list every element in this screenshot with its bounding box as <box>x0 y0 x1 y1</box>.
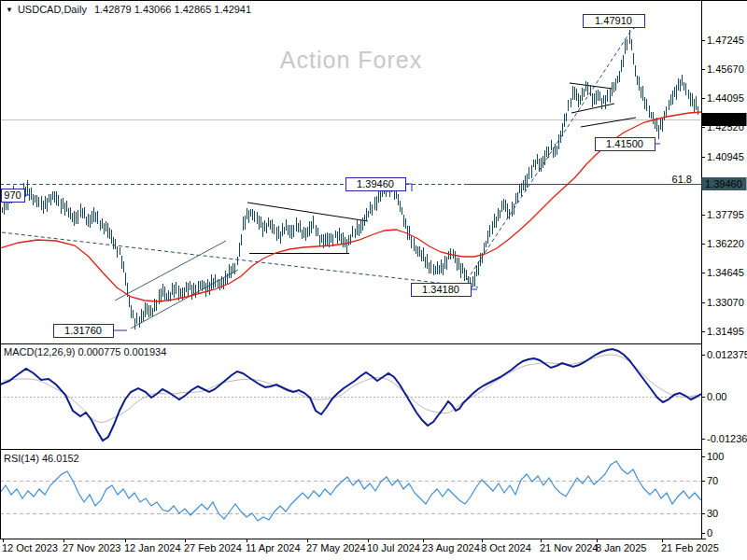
macd-values: 0.000775 0.001934 <box>78 346 166 357</box>
annotation-connector <box>405 184 412 191</box>
title-ohlc-values: 1.42879 1.43066 1.42865 1.42941 <box>94 4 251 15</box>
macd-main-line <box>0 349 701 441</box>
chart-canvas[interactable]: 1.472451.456701.440951.425201.409451.393… <box>0 0 747 560</box>
price-axis-label: 1.36220 <box>707 238 744 249</box>
rsi-name: RSI(14) <box>4 453 39 464</box>
price-axis-label: 1.45670 <box>707 63 744 75</box>
date-axis-label: 21 Nov 2024 <box>540 542 598 553</box>
price-axis-label: 1.33070 <box>707 297 744 308</box>
axis-price-chip-label: 1.39460 <box>705 178 742 189</box>
price-axis-label: 1.37795 <box>707 209 744 220</box>
date-axis-label: 10 Jul 2024 <box>367 542 420 553</box>
date-axis-label: 12 Jan 2024 <box>124 542 181 553</box>
long-descending-dashed-line <box>2 232 478 287</box>
date-axis-label: 27 May 2024 <box>306 542 366 553</box>
price-annotation-label: 1.39460 <box>357 178 394 189</box>
price-axis-label: 1.47245 <box>707 35 744 46</box>
macd-indicator-label: MACD(12,26,9) 0.000775 0.001934 <box>4 346 166 357</box>
channel-lower-line <box>131 270 238 329</box>
price-annotation-label: 1.47910 <box>595 15 632 26</box>
price-annotation-label: 970 <box>4 189 21 201</box>
price-annotation-label: 1.31760 <box>64 325 102 336</box>
date-axis-label: 11 Apr 2024 <box>246 542 301 553</box>
rsi-axis-label: 100 <box>707 451 724 462</box>
axis-price-chip-label: 1.42941 <box>705 114 742 125</box>
rsi-line <box>0 461 701 521</box>
date-axis-label: 27 Feb 2024 <box>184 542 242 553</box>
symbol-dropdown-icon[interactable]: ▼ <box>6 6 13 14</box>
fib-ratio-label: 61.8 <box>672 174 692 185</box>
wedge-upper-line <box>247 203 368 221</box>
macd-name: MACD(12,26,9) <box>4 346 75 357</box>
date-axis-label: 23 Aug 2024 <box>422 542 480 553</box>
rsi-indicator-label: RSI(14) 46.0152 <box>4 453 79 464</box>
chart-title-bar: ▼USDCAD,Daily1.42879 1.43066 1.42865 1.4… <box>6 4 251 15</box>
price-annotation-label: 1.34180 <box>422 284 459 295</box>
price-annotation-label: 1.41500 <box>606 138 643 149</box>
rsi-axis-label: 70 <box>707 475 718 486</box>
price-axis-label: 1.44095 <box>707 92 744 104</box>
date-axis-label: 21 Feb 2025 <box>661 542 719 553</box>
date-axis-label: 27 Nov 2023 <box>63 542 120 553</box>
mt4-chart-window: Action Forex 1.472451.456701.440951.4252… <box>0 0 747 560</box>
date-axis-label: 12 Oct 2023 <box>2 542 58 553</box>
date-axis-label: 8 Oct 2024 <box>481 542 531 553</box>
macd-signal-line <box>4 355 701 423</box>
macd-axis-label: -0.012367 <box>707 433 747 444</box>
price-axis-label: 1.34645 <box>707 267 744 278</box>
price-axis-label: 1.40945 <box>707 151 744 162</box>
flag-upper-line <box>570 83 613 89</box>
macd-axis-label: 0.012375 <box>707 349 747 360</box>
rsi-axis-label: 30 <box>707 508 718 519</box>
date-axis-label: 8 Jan 2025 <box>596 542 646 553</box>
rsi-value: 46.0152 <box>42 453 79 464</box>
ascending-dashed-line <box>467 29 632 280</box>
macd-axis-label: 0.00 <box>707 391 726 402</box>
rsi-axis-label: 0 <box>707 527 712 539</box>
price-axis-label: 1.31495 <box>707 326 744 337</box>
symbol-period-label: USDCAD,Daily <box>18 4 87 15</box>
